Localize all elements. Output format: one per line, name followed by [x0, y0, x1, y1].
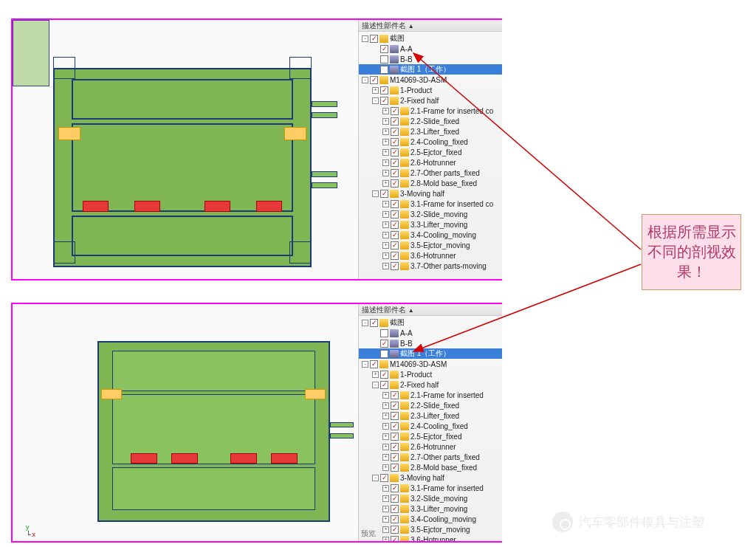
checkbox[interactable]: ✓	[391, 117, 399, 125]
tree-item[interactable]: +✓1-Product	[359, 369, 502, 379]
expand-icon[interactable]: +	[382, 516, 389, 523]
checkbox[interactable]: ✓	[391, 179, 399, 188]
assembly-tree-top[interactable]: 描述性部件名 ▲ -✓截图✓A-AB-B截图 1（工作）-✓M14069-3D-…	[358, 20, 502, 279]
expand-icon[interactable]: +	[382, 402, 389, 409]
checkbox[interactable]: ✓	[391, 505, 399, 513]
collapse-icon[interactable]: -	[362, 77, 368, 83]
tree-item[interactable]: -✓2-Fixed half	[359, 95, 502, 106]
checkbox[interactable]: ✓	[380, 190, 388, 198]
checkbox[interactable]	[380, 350, 388, 358]
checkbox[interactable]: ✓	[380, 86, 388, 94]
expand-icon[interactable]: +	[382, 221, 389, 228]
tree-item[interactable]: +✓3.1-Frame for inserted	[359, 483, 502, 493]
expand-icon[interactable]: +	[382, 485, 389, 492]
tree-item[interactable]: 截图 1（工作）	[359, 64, 502, 75]
checkbox[interactable]	[380, 66, 388, 74]
expand-icon[interactable]: +	[382, 392, 389, 399]
checkbox[interactable]: ✓	[370, 35, 378, 43]
expand-icon[interactable]: +	[382, 128, 389, 135]
tree-item[interactable]: -✓M14069-3D-ASM	[359, 75, 502, 85]
checkbox[interactable]: ✓	[380, 97, 388, 105]
tree-item[interactable]: ✓A-A	[359, 44, 502, 54]
tree-item[interactable]: +✓2.7-Other parts_fixed	[359, 452, 502, 462]
tree-item[interactable]: +✓2.3-Lifter_fixed	[359, 410, 502, 421]
tree-item[interactable]: +✓3.6-Hotrunner	[359, 534, 502, 541]
tree-item[interactable]: -✓截图	[359, 33, 502, 44]
checkbox[interactable]: ✓	[391, 200, 399, 208]
tree-item[interactable]: +✓3.2-Slide_moving	[359, 209, 502, 219]
checkbox[interactable]: ✓	[391, 210, 399, 219]
expand-icon[interactable]: +	[382, 232, 389, 238]
tree-item[interactable]: +✓2.6-Hotrunner	[359, 157, 502, 168]
checkbox[interactable]: ✓	[391, 169, 399, 177]
tree-item[interactable]: +✓2.5-Ejctor_fixed	[359, 147, 502, 157]
tree-item[interactable]: +✓3.4-Cooling_moving	[359, 514, 502, 524]
collapse-icon[interactable]: -	[362, 320, 368, 326]
tree-item[interactable]: +✓2.5-Ejctor_fixed	[359, 431, 502, 441]
checkbox[interactable]: ✓	[391, 515, 399, 523]
expand-icon[interactable]: +	[382, 118, 389, 125]
expand-icon[interactable]: +	[382, 526, 389, 533]
checkbox[interactable]: ✓	[391, 453, 399, 461]
checkbox[interactable]: ✓	[391, 526, 399, 534]
expand-icon[interactable]: +	[382, 454, 389, 461]
checkbox[interactable]	[380, 55, 388, 63]
checkbox[interactable]: ✓	[391, 433, 399, 441]
collapse-icon[interactable]: -	[372, 382, 379, 388]
tree-item[interactable]: +✓3.5-Ejctor_moving	[359, 524, 502, 534]
tree-item[interactable]: +✓2.1-Frame for inserted	[359, 390, 502, 400]
sort-icon[interactable]: ▲	[408, 307, 414, 314]
checkbox[interactable]: ✓	[391, 231, 399, 239]
tree-item[interactable]: +✓3.7-Other parts-moving	[359, 261, 502, 271]
expand-icon[interactable]: +	[382, 433, 389, 440]
expand-icon[interactable]: +	[382, 159, 389, 166]
checkbox[interactable]: ✓	[391, 107, 399, 115]
tree-item[interactable]: +✓3.2-Slide_moving	[359, 493, 502, 503]
checkbox[interactable]: ✓	[391, 221, 399, 229]
checkbox[interactable]: ✓	[391, 443, 399, 451]
checkbox[interactable]: ✓	[391, 252, 399, 260]
tree-item[interactable]: +✓2.1-Frame for inserted co	[359, 106, 502, 116]
tree-item[interactable]: +✓2.2-Slide_fixed	[359, 400, 502, 410]
tree-item[interactable]: -✓截图	[359, 317, 502, 328]
checkbox[interactable]: ✓	[391, 464, 399, 472]
assembly-tree-bottom[interactable]: 描述性部件名 ▲ -✓截图A-A✓B-B截图 1（工作）-✓M14069-3D-…	[358, 304, 502, 541]
expand-icon[interactable]: +	[372, 371, 379, 378]
expand-icon[interactable]: +	[382, 242, 389, 249]
tree-item[interactable]: ✓B-B	[359, 338, 502, 348]
tree-item[interactable]: +✓3.5-Ejctor_moving	[359, 240, 502, 250]
tree-item[interactable]: +✓2.4-Cooling_fixed	[359, 421, 502, 431]
viewport-section-b[interactable]: y └x	[13, 304, 358, 541]
expand-icon[interactable]: +	[382, 170, 389, 176]
checkbox[interactable]: ✓	[391, 138, 399, 146]
expand-icon[interactable]: +	[382, 413, 389, 419]
tree-header[interactable]: 描述性部件名 ▲	[359, 304, 502, 316]
tree-item[interactable]: +✓3.4-Cooling_moving	[359, 230, 502, 240]
tree-item[interactable]: +✓3.1-Frame for inserted co	[359, 199, 502, 209]
expand-icon[interactable]: +	[382, 263, 389, 269]
tree-item[interactable]: +✓3.6-Hotrunner	[359, 250, 502, 261]
tree-item[interactable]: +✓2.4-Cooling_fixed	[359, 137, 502, 147]
expand-icon[interactable]: +	[382, 108, 389, 114]
expand-icon[interactable]: +	[382, 464, 389, 471]
checkbox[interactable]: ✓	[391, 402, 399, 410]
tree-item[interactable]: +✓3.3-Lifter_moving	[359, 219, 502, 230]
expand-icon[interactable]: +	[382, 252, 389, 259]
tree-item[interactable]: +✓3.3-Lifter_moving	[359, 503, 502, 514]
checkbox[interactable]: ✓	[391, 241, 399, 250]
tree-item[interactable]: 截图 1（工作）	[359, 348, 502, 359]
expand-icon[interactable]: +	[382, 495, 389, 502]
tree-item[interactable]: +✓2.8-Mold base_fixed	[359, 462, 502, 472]
expand-icon[interactable]: +	[382, 180, 389, 187]
tree-item[interactable]: +✓2.3-Lifter_fixed	[359, 126, 502, 137]
expand-icon[interactable]: +	[382, 537, 389, 542]
tree-item[interactable]: -✓3-Moving half	[359, 188, 502, 199]
collapse-icon[interactable]: -	[372, 97, 379, 104]
tree-item[interactable]: -✓M14069-3D-ASM	[359, 359, 502, 369]
expand-icon[interactable]: +	[372, 87, 379, 94]
sort-icon[interactable]: ▲	[408, 23, 414, 30]
viewport-section-a[interactable]	[13, 20, 358, 279]
expand-icon[interactable]: +	[382, 444, 389, 450]
collapse-icon[interactable]: -	[372, 475, 379, 481]
expand-icon[interactable]: +	[382, 149, 389, 156]
